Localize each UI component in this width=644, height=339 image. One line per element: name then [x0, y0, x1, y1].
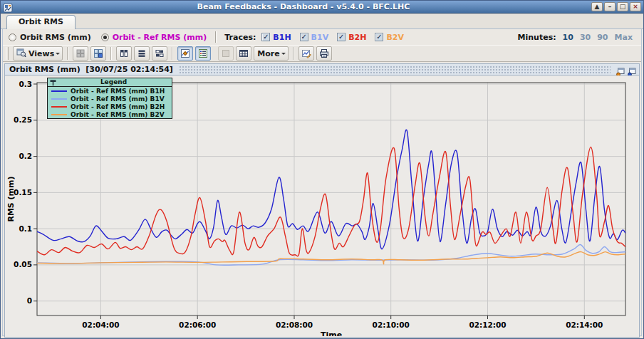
minutes-option-90[interactable]: 90	[597, 33, 608, 42]
window-titlebar[interactable]: Beam Feedbacks - Dashboard - v5.4.0 - BF…	[1, 1, 643, 14]
horizontal-rows-button[interactable]	[134, 46, 150, 61]
legend-pin-icon	[50, 75, 56, 89]
svg-text:0.25: 0.25	[14, 115, 32, 124]
chart-view-toggle[interactable]	[177, 46, 193, 61]
panel-drag-texture[interactable]	[179, 66, 611, 73]
legend-line-swatch	[51, 98, 67, 100]
chart-edit-button[interactable]	[298, 46, 314, 61]
trace-toggle-B1H[interactable]: ✓B1H	[261, 33, 291, 42]
svg-text:0.05: 0.05	[14, 260, 32, 268]
trace-label: B2V	[386, 33, 404, 42]
window-shade-button[interactable]: ▲	[591, 2, 603, 11]
tab-orbit-rms[interactable]: Orbit RMS	[6, 15, 76, 29]
grid-active-icon	[93, 48, 103, 58]
checkbox[interactable]: ✓	[375, 33, 383, 41]
toolbar-separator	[67, 47, 68, 60]
legend-title: Legend	[58, 78, 170, 86]
legend-header[interactable]: Legend	[48, 78, 172, 87]
controls-bar: Orbit RMS (mm)Orbit - Ref RMS (mm) Trace…	[3, 29, 641, 45]
table-view-button[interactable]	[236, 46, 251, 61]
traces-label: Traces:	[224, 33, 256, 42]
svg-text:RMS (mm): RMS (mm)	[6, 176, 16, 221]
svg-text:0.2: 0.2	[19, 152, 32, 160]
legend-row: Orbit - Ref RMS (mm) B2H	[48, 103, 172, 110]
print-button[interactable]	[316, 46, 332, 61]
chart-title: Orbit RMS (mm) [30/07/25 02:14:54]	[9, 65, 173, 74]
views-button-label: Views	[28, 49, 54, 58]
table-icon	[239, 48, 249, 58]
legend-line-swatch	[51, 90, 67, 92]
checkbox[interactable]: ✓	[300, 33, 308, 41]
maximize-panel-icon[interactable]	[628, 66, 636, 74]
horizontal-rows-icon	[137, 48, 147, 58]
detach-panel-icon[interactable]	[616, 66, 625, 74]
printer-icon	[319, 48, 329, 58]
checkbox[interactable]: ✓	[337, 33, 346, 41]
radio-label: Orbit - Ref RMS (mm)	[113, 33, 207, 42]
grid-gray-icon	[76, 48, 85, 58]
chart-region: 00.050.10.150.20.250.302:04:0002:06:0002…	[5, 75, 639, 337]
legend-label: Orbit - Ref RMS (mm) B1V	[71, 95, 165, 103]
toolbar: Views More	[3, 45, 641, 62]
tab-strip: Orbit RMS	[1, 14, 643, 29]
trace-toggle-B1V[interactable]: ✓B1V	[300, 33, 329, 42]
checkbox[interactable]: ✓	[261, 33, 270, 41]
legend-label: Orbit - Ref RMS (mm) B2V	[71, 111, 165, 118]
legend-toggle[interactable]	[195, 46, 211, 61]
svg-text:02:14:00: 02:14:00	[566, 320, 603, 329]
legend-row: Orbit - Ref RMS (mm) B1V	[48, 95, 172, 103]
legend-label: Orbit - Ref RMS (mm) B1H	[71, 88, 165, 95]
minutes-option-30[interactable]: 30	[580, 33, 591, 42]
trace-toggle-B2V[interactable]: ✓B2V	[375, 33, 404, 42]
window-maximize-button[interactable]: □	[617, 2, 628, 11]
toolbar-separator	[293, 47, 294, 60]
svg-text:02:10:00: 02:10:00	[373, 320, 410, 329]
legend-list-icon	[198, 48, 208, 58]
views-icon	[16, 48, 26, 60]
minutes-options: 103090Max	[563, 33, 633, 42]
trace-label: B1V	[311, 33, 329, 42]
chart-panel: Orbit RMS (mm) [30/07/25 02:14:54] 00.05…	[4, 63, 640, 338]
legend-line-swatch	[51, 106, 67, 108]
svg-text:02:04:00: 02:04:00	[82, 320, 119, 329]
chart-legend[interactable]: Legend Orbit - Ref RMS (mm) B1HOrbit - R…	[47, 78, 172, 119]
tab-panel: Orbit RMS (mm)Orbit - Ref RMS (mm) Trace…	[2, 29, 642, 336]
traces-group: ✓B1H✓B1V✓B2H✓B2V	[261, 33, 404, 42]
minutes-option-Max[interactable]: Max	[615, 33, 633, 42]
svg-text:0.3: 0.3	[19, 80, 32, 88]
chart-edit-icon	[301, 48, 311, 58]
svg-text:0.1: 0.1	[19, 224, 32, 233]
radio-circle[interactable]	[9, 33, 16, 41]
toolbar-separator	[172, 47, 173, 60]
application-window: Beam Feedbacks - Dashboard - v5.4.0 - BF…	[0, 0, 644, 339]
trace-label: B2H	[348, 33, 366, 42]
radio-circle[interactable]	[101, 33, 109, 41]
radio-option-0[interactable]: Orbit RMS (mm)	[9, 33, 91, 42]
window-close-button[interactable]: ×	[630, 2, 641, 11]
trace-toggle-B2H[interactable]: ✓B2H	[337, 33, 366, 42]
trace-label: B1H	[273, 33, 291, 42]
minutes-label: Minutes:	[518, 33, 556, 42]
window-buttons: ▲ – □ ×	[591, 2, 641, 11]
vertical-panes-button[interactable]	[116, 46, 132, 61]
views-button[interactable]: Views	[13, 46, 63, 61]
window-title: Beam Feedbacks - Dashboard - v5.4.0 - BF…	[16, 2, 591, 11]
vertical-panes-icon	[119, 48, 129, 58]
radio-option-1[interactable]: Orbit - Ref RMS (mm)	[101, 33, 207, 42]
svg-text:02:12:00: 02:12:00	[469, 320, 506, 329]
radio-label: Orbit RMS (mm)	[20, 33, 91, 42]
small-grid-button[interactable]	[152, 46, 167, 61]
toolbar-grip[interactable]	[6, 47, 9, 60]
window-minimize-button[interactable]: –	[604, 2, 616, 11]
more-button[interactable]: More	[254, 46, 288, 61]
svg-text:02:08:00: 02:08:00	[276, 320, 313, 329]
layout-grid-active-button[interactable]	[90, 46, 106, 61]
separator	[215, 31, 216, 43]
minutes-option-10[interactable]: 10	[563, 33, 573, 42]
legend-line-swatch	[51, 114, 67, 115]
legend-row: Orbit - Ref RMS (mm) B2V	[48, 110, 172, 118]
chart-marker-icon	[180, 48, 190, 58]
more-button-label: More	[257, 49, 279, 58]
layout-grid-button[interactable]	[73, 46, 88, 61]
svg-text:0: 0	[27, 296, 32, 305]
